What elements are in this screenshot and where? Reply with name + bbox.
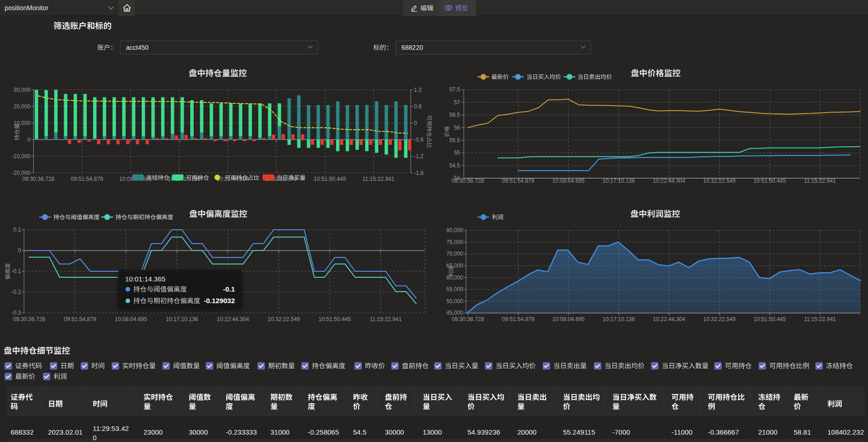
- svg-text:09:30:36.728: 09:30:36.728: [13, 316, 45, 323]
- svg-text:57.5: 57.5: [449, 86, 461, 93]
- svg-text:09:30:36.728: 09:30:36.728: [22, 176, 54, 182]
- svg-text:-0.129032: -0.129032: [204, 297, 235, 305]
- svg-text:0.1: 0.1: [13, 227, 21, 233]
- svg-text:20,000: 20,000: [13, 103, 30, 110]
- svg-text:-0.6: -0.6: [414, 137, 424, 143]
- svg-text:10:32:22.549: 10:32:22.549: [268, 316, 300, 323]
- svg-text:09:51:54.879: 09:51:54.879: [71, 176, 103, 182]
- svg-text:0.6: 0.6: [414, 103, 422, 110]
- svg-text:50,000: 50,000: [446, 298, 463, 305]
- svg-text:-10,000: -10,000: [12, 153, 30, 160]
- svg-text:11:15:22.941: 11:15:22.941: [370, 316, 402, 323]
- svg-text:10:51:50.445: 10:51:50.445: [314, 176, 346, 182]
- svg-text:09:51:54.879: 09:51:54.879: [64, 316, 96, 323]
- svg-text:-0.1: -0.1: [223, 285, 235, 293]
- svg-text:10:32:22.549: 10:32:22.549: [703, 316, 736, 323]
- svg-text:55.5: 55.5: [449, 137, 461, 143]
- svg-text:09:30:36.728: 09:30:36.728: [452, 316, 484, 323]
- svg-text:11:15:22.941: 11:15:22.941: [804, 178, 836, 184]
- svg-text:10:08:04.695: 10:08:04.695: [552, 178, 585, 184]
- svg-text:10:51:50.445: 10:51:50.445: [754, 178, 786, 184]
- svg-text:-20,000: -20,000: [12, 170, 30, 176]
- svg-text:0: 0: [414, 120, 417, 126]
- svg-text:09:51:54.879: 09:51:54.879: [502, 316, 534, 323]
- svg-text:57: 57: [454, 99, 461, 106]
- svg-text:10:51:50.445: 10:51:50.445: [318, 316, 351, 323]
- svg-text:56: 56: [454, 125, 461, 131]
- svg-text:10:22:44.304: 10:22:44.304: [217, 316, 249, 323]
- svg-text:-1.2: -1.2: [414, 153, 424, 160]
- svg-text:-0.3: -0.3: [12, 310, 21, 316]
- svg-text:10:01:14.365: 10:01:14.365: [125, 275, 166, 283]
- svg-text:09:30:36.728: 09:30:36.728: [452, 178, 484, 184]
- svg-text:11:15:22.941: 11:15:22.941: [804, 316, 836, 323]
- svg-text:10:08:04.695: 10:08:04.695: [115, 316, 147, 323]
- svg-text:10:17:10.136: 10:17:10.136: [166, 316, 198, 323]
- svg-text:10:17:10.136: 10:17:10.136: [603, 316, 635, 323]
- svg-text:55: 55: [454, 149, 461, 156]
- svg-text:11:15:22.941: 11:15:22.941: [363, 176, 395, 182]
- svg-text:10:17:10.136: 10:17:10.136: [603, 178, 635, 184]
- svg-text:-0.1: -0.1: [12, 268, 21, 275]
- svg-text:-1.8: -1.8: [414, 170, 424, 176]
- svg-text:-0.2: -0.2: [12, 289, 21, 295]
- svg-text:10:22:44.304: 10:22:44.304: [653, 316, 685, 323]
- svg-text:10:32:22.549: 10:32:22.549: [703, 178, 736, 184]
- svg-text:0: 0: [18, 247, 21, 254]
- svg-text:45,000: 45,000: [446, 310, 463, 316]
- svg-text:56.5: 56.5: [449, 112, 461, 118]
- svg-text:10:22:44.304: 10:22:44.304: [653, 178, 685, 184]
- svg-text:80,000: 80,000: [446, 227, 463, 233]
- svg-text:10:08:04.695: 10:08:04.695: [552, 316, 585, 323]
- svg-text:55,000: 55,000: [446, 286, 463, 293]
- svg-text:09:51:54.879: 09:51:54.879: [502, 178, 534, 184]
- svg-text:30,000: 30,000: [13, 87, 30, 93]
- svg-text:54.5: 54.5: [449, 162, 461, 169]
- svg-text:1.2: 1.2: [414, 87, 422, 93]
- svg-text:0: 0: [27, 137, 30, 143]
- svg-text:70,000: 70,000: [446, 251, 463, 257]
- svg-text:10:51:50.445: 10:51:50.445: [754, 316, 786, 323]
- svg-text:75,000: 75,000: [446, 239, 463, 245]
